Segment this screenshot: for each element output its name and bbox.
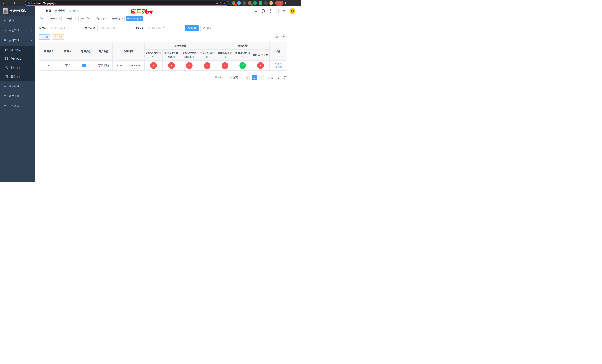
sidebar-item-home[interactable]: 首页 bbox=[0, 16, 35, 26]
extension-dark-icon[interactable] bbox=[243, 1, 246, 5]
wx-mini-status-icon bbox=[222, 62, 228, 69]
help-icon[interactable]: ? bbox=[269, 9, 272, 13]
address-bar[interactable]: i localhost:1024/pay/app ☆ bbox=[25, 1, 228, 6]
status-toggle[interactable] bbox=[82, 64, 89, 67]
add-button[interactable]: + 新增 bbox=[39, 34, 50, 40]
password-key-icon[interactable] bbox=[215, 2, 218, 5]
col-header-alipay-pc: 支付宝 PC 网站支付 bbox=[162, 50, 180, 61]
dashboard-icon bbox=[4, 19, 7, 22]
status-select[interactable] bbox=[146, 25, 181, 31]
delete-link[interactable]: 删除 bbox=[275, 65, 283, 69]
home-button[interactable]: ⌂ bbox=[18, 0, 23, 6]
sidebar-item-refund-order[interactable]: 退款订单 bbox=[0, 72, 35, 81]
table-row: 6 芋道 芋道源码 2021-10-23 08:49:25 bbox=[39, 61, 287, 71]
github-icon[interactable] bbox=[261, 9, 265, 13]
close-icon[interactable]: × bbox=[106, 18, 107, 20]
page-size-select[interactable]: 10条/页 bbox=[225, 75, 243, 80]
tab-app-info[interactable]: 应用信息× bbox=[126, 16, 143, 21]
extension-drop-icon[interactable] bbox=[237, 1, 241, 5]
yen-icon: ¥ bbox=[4, 39, 7, 42]
wx-app-status-icon bbox=[257, 62, 264, 69]
tab-home[interactable]: 首页 bbox=[38, 16, 46, 21]
sidebar-item-label: 工作流程 bbox=[9, 104, 28, 108]
next-page-button[interactable]: › bbox=[258, 75, 264, 80]
fullscreen-icon[interactable] bbox=[275, 9, 279, 13]
col-header-alipay-app: 支付宝 APP 支付 bbox=[145, 50, 162, 61]
browser-update-button[interactable]: 更新 bbox=[275, 1, 283, 6]
sidebar-item-system[interactable]: 系统管理 bbox=[0, 26, 35, 36]
browser-menu-icon[interactable] bbox=[284, 2, 287, 4]
alipay-wap-status-icon bbox=[186, 62, 193, 69]
forward-button[interactable]: → bbox=[7, 0, 12, 6]
sidebar-item-dev-tools[interactable]: 研发工具 bbox=[0, 91, 35, 101]
refresh-button[interactable] bbox=[281, 34, 287, 40]
search-icon[interactable] bbox=[254, 9, 258, 13]
app-name-input[interactable] bbox=[49, 25, 80, 31]
sidebar-item-infrastructure[interactable]: 基础设施 bbox=[0, 81, 35, 91]
cell-app-id: 6 bbox=[39, 61, 59, 71]
plus-icon: + bbox=[41, 36, 43, 38]
merchant-name-input[interactable] bbox=[97, 25, 129, 31]
merchant-name-label: 商户名称 bbox=[85, 26, 95, 30]
tab-refund-order[interactable]: 退款订单× bbox=[94, 16, 109, 21]
sidebar-item-merchant-info[interactable]: 商户信息 bbox=[0, 45, 35, 54]
extension-avatar-icon[interactable]: 1 bbox=[248, 1, 252, 5]
share-icon[interactable] bbox=[220, 2, 222, 5]
app-logo-row[interactable]: 芋道管理系统 bbox=[0, 6, 35, 16]
tab-process-form[interactable]: 流程表单× bbox=[47, 16, 62, 21]
reload-button[interactable]: ↻ bbox=[13, 0, 18, 6]
sidebar-item-app-info[interactable]: 应用信息 bbox=[0, 54, 35, 63]
sidebar-item-label: 研发工具 bbox=[9, 95, 28, 98]
close-icon[interactable]: × bbox=[122, 18, 123, 20]
extension-face-icon[interactable] bbox=[269, 1, 273, 5]
user-avatar-menu[interactable] bbox=[290, 8, 298, 14]
chevron-down-icon bbox=[239, 77, 241, 78]
url-text[interactable]: localhost:1024/pay/app bbox=[31, 2, 214, 5]
col-header-status: 开启状态 bbox=[77, 43, 95, 61]
refresh-icon bbox=[283, 36, 285, 38]
page-1-button[interactable]: 1 bbox=[252, 75, 257, 80]
active-dot bbox=[127, 18, 129, 20]
col-header-wx-jsapi: 微信 JSAPI 支付 bbox=[234, 50, 252, 61]
chevron-down-icon bbox=[177, 27, 179, 29]
sidebar: 芋道管理系统 首页 系统管理 ¥ 支付管理 bbox=[0, 6, 35, 182]
close-icon[interactable]: × bbox=[90, 18, 91, 20]
export-button[interactable]: 导出 bbox=[52, 34, 64, 40]
breadcrumb-item[interactable]: 支付管理 bbox=[55, 9, 65, 13]
tab-user-group[interactable]: 用户分组× bbox=[63, 16, 77, 21]
goto-page-input[interactable] bbox=[275, 75, 282, 80]
sidebar-item-label: 退款订单 bbox=[10, 75, 32, 78]
browser-toolbar: ← → ↻ ⌂ i localhost:1024/pay/app ☆ 10 1 … bbox=[0, 0, 301, 6]
toggle-search-button[interactable] bbox=[274, 34, 280, 40]
close-icon[interactable]: × bbox=[75, 18, 76, 20]
sidebar-item-workflow[interactable]: 工作流程 bbox=[0, 101, 35, 111]
search-button[interactable]: 搜索 bbox=[185, 25, 199, 31]
chevron-down-icon bbox=[30, 95, 32, 97]
edit-link[interactable]: 修改 bbox=[274, 62, 282, 65]
prev-page-button[interactable]: ‹ bbox=[245, 75, 250, 80]
header-actions: ? TT bbox=[254, 8, 298, 14]
site-info-icon[interactable]: i bbox=[27, 2, 30, 4]
bookmark-star-icon[interactable]: ☆ bbox=[224, 1, 226, 5]
sidebar-item-pay-order[interactable]: 支付订单 bbox=[0, 63, 35, 72]
extension-knot-icon[interactable] bbox=[264, 1, 268, 5]
cell-app-name: 芋道 bbox=[59, 61, 77, 71]
extension-grid-icon[interactable]: 10 bbox=[232, 1, 236, 5]
extension-check-icon[interactable] bbox=[253, 1, 257, 5]
font-size-icon[interactable]: TT bbox=[282, 9, 286, 13]
tags-view-bar: 首页 流程表单× 用户分组× 支付订单× 退款订单× 商户信息× 应用信息× bbox=[35, 16, 301, 22]
sidebar-item-label: 系统管理 bbox=[9, 29, 28, 32]
sidebar-item-payment[interactable]: ¥ 支付管理 bbox=[0, 36, 35, 45]
chevron-down-icon bbox=[30, 30, 32, 32]
collapse-sidebar-icon[interactable] bbox=[38, 9, 43, 13]
tab-merchant-info[interactable]: 商户信息× bbox=[110, 16, 125, 21]
breadcrumb-item[interactable]: 首页 bbox=[46, 9, 51, 13]
extension-chat-icon[interactable] bbox=[258, 1, 262, 5]
reset-button[interactable]: 重置 bbox=[201, 25, 214, 31]
tab-pay-order[interactable]: 支付订单× bbox=[78, 16, 93, 21]
table-toolbar: + 新增 导出 bbox=[39, 34, 287, 40]
app-header: 首页 / 支付管理 / 应用信息 应用列表 ? TT bbox=[35, 6, 301, 16]
close-icon[interactable]: × bbox=[59, 18, 60, 20]
back-button[interactable]: ← bbox=[1, 0, 7, 6]
close-icon[interactable]: × bbox=[140, 18, 141, 20]
